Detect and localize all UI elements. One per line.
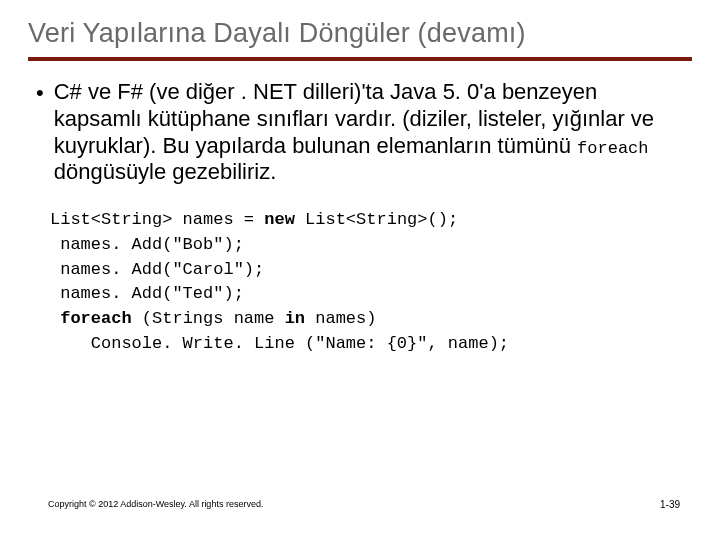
slide-title: Veri Yapılarına Dayalı Döngüler (devamı) (28, 18, 692, 49)
code-line-3: names. Add("Carol"); (50, 260, 264, 279)
code-keyword-in: in (285, 309, 305, 328)
copyright-text: Copyright © 2012 Addison-Wesley. All rig… (48, 499, 263, 510)
code-block: List<String> names = new List<String>();… (50, 208, 692, 356)
code-keyword-foreach: foreach (60, 309, 131, 328)
code-line-1a: List<String> names = (50, 210, 264, 229)
foreach-keyword: foreach (577, 139, 648, 158)
bullet-pre: C# ve F# (ve diğer . NET dilleri)'ta Jav… (54, 79, 654, 158)
code-line-5a (50, 309, 60, 328)
code-keyword-new: new (264, 210, 295, 229)
page-number: 1-39 (660, 499, 680, 510)
code-line-5c: (Strings name (132, 309, 285, 328)
body-text: • C# ve F# (ve diğer . NET dilleri)'ta J… (28, 79, 692, 186)
code-line-5e: names) (305, 309, 376, 328)
bullet-paragraph: C# ve F# (ve diğer . NET dilleri)'ta Jav… (54, 79, 690, 186)
slide-footer: Copyright © 2012 Addison-Wesley. All rig… (48, 499, 680, 510)
code-line-1c: List<String>(); (295, 210, 458, 229)
bullet-post: döngüsüyle gezebiliriz. (54, 159, 277, 184)
code-line-4: names. Add("Ted"); (50, 284, 244, 303)
code-line-6: Console. Write. Line ("Name: {0}", name)… (50, 334, 509, 353)
title-underline (28, 57, 692, 61)
bullet-icon: • (36, 80, 44, 107)
code-line-2: names. Add("Bob"); (50, 235, 244, 254)
